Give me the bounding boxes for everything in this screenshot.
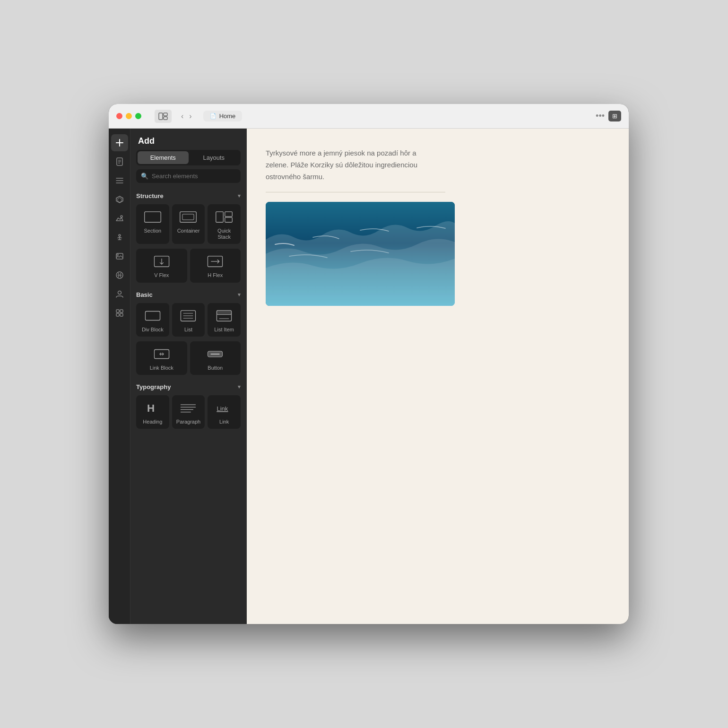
traffic-lights bbox=[116, 113, 141, 119]
svg-rect-0 bbox=[159, 113, 163, 120]
vflex-label: V Flex bbox=[154, 272, 169, 278]
sidebar-item-assets[interactable] bbox=[111, 210, 128, 227]
element-button[interactable]: Button bbox=[190, 341, 241, 375]
search-box[interactable]: 🔍 bbox=[136, 169, 241, 183]
element-section[interactable]: Section bbox=[136, 204, 169, 244]
list-icon bbox=[178, 308, 199, 324]
svg-rect-2 bbox=[164, 117, 167, 120]
element-container[interactable]: Container bbox=[172, 204, 205, 244]
ocean-svg bbox=[266, 202, 455, 306]
search-input[interactable] bbox=[152, 173, 236, 180]
nav-arrows: ‹ › bbox=[179, 110, 194, 122]
nav-back-button[interactable]: ‹ bbox=[179, 110, 185, 122]
panel-content: Structure ▾ Section bbox=[130, 189, 246, 624]
svg-rect-31 bbox=[216, 212, 224, 222]
paragraph-icon bbox=[178, 400, 199, 416]
sidebar-item-ecommerce[interactable] bbox=[111, 267, 128, 284]
home-tab[interactable]: 📄 Home bbox=[203, 111, 243, 121]
element-linkblock[interactable]: Link Block bbox=[136, 341, 187, 375]
structure-grid-row2: V Flex H Flex bbox=[136, 249, 241, 282]
typography-chevron-icon[interactable]: ▾ bbox=[238, 384, 241, 390]
basic-section-header: Basic ▾ bbox=[136, 287, 241, 303]
structure-chevron-icon[interactable]: ▾ bbox=[238, 193, 241, 199]
link-label: Link bbox=[219, 419, 229, 425]
basic-grid-row1: Div Block List bbox=[136, 303, 241, 337]
tab-elements[interactable]: Elements bbox=[138, 151, 189, 164]
canvas-body-text: Tyrkysové more a jemný piesok na pozadí … bbox=[266, 147, 426, 182]
title-bar: ‹ › 📄 Home ••• ⊞ bbox=[109, 104, 629, 129]
sidebar-item-navigator[interactable] bbox=[111, 172, 128, 189]
element-paragraph[interactable]: Paragraph bbox=[172, 395, 205, 429]
search-icon: 🔍 bbox=[141, 173, 148, 180]
svg-rect-27 bbox=[120, 313, 123, 316]
element-link[interactable]: Link Link bbox=[208, 395, 241, 429]
linkblock-label: Link Block bbox=[150, 365, 173, 371]
publish-button[interactable]: ⊞ bbox=[608, 111, 621, 121]
svg-rect-33 bbox=[225, 217, 233, 222]
quickstack-label: Quick Stack bbox=[210, 228, 238, 240]
mac-window: ‹ › 📄 Home ••• ⊞ bbox=[109, 104, 629, 624]
minimize-button[interactable] bbox=[126, 113, 132, 119]
linkblock-icon bbox=[151, 346, 172, 362]
svg-rect-1 bbox=[164, 113, 167, 116]
svg-rect-26 bbox=[116, 313, 119, 316]
divblock-label: Div Block bbox=[142, 327, 164, 333]
svg-point-23 bbox=[118, 291, 121, 295]
listitem-label: List Item bbox=[214, 327, 234, 333]
svg-rect-32 bbox=[225, 212, 233, 217]
typography-grid-row1: H Heading bbox=[136, 395, 241, 429]
app-body: Add Elements Layouts 🔍 Structure ▾ bbox=[109, 129, 629, 624]
sidebar-item-apps[interactable] bbox=[111, 304, 128, 321]
element-divblock[interactable]: Div Block bbox=[136, 303, 169, 337]
layout-toggle-icon[interactable] bbox=[155, 110, 172, 123]
container-icon bbox=[178, 209, 199, 225]
button-label: Button bbox=[208, 365, 223, 371]
heading-label: Heading bbox=[143, 419, 162, 425]
link-icon: Link bbox=[214, 400, 234, 416]
sidebar-item-cms[interactable] bbox=[111, 229, 128, 246]
canvas-area: Tyrkysové more a jemný piesok na pozadí … bbox=[247, 129, 629, 624]
svg-rect-44 bbox=[217, 310, 232, 314]
basic-section-label: Basic bbox=[136, 291, 153, 298]
tab-bar: 📄 Home bbox=[203, 111, 590, 121]
sidebar-item-add[interactable] bbox=[111, 134, 128, 151]
hflex-label: H Flex bbox=[208, 272, 223, 278]
svg-rect-38 bbox=[145, 311, 160, 320]
container-label: Container bbox=[177, 228, 200, 234]
structure-grid-row1: Section Container bbox=[136, 204, 241, 244]
basic-chevron-icon[interactable]: ▾ bbox=[238, 292, 241, 298]
element-hflex[interactable]: H Flex bbox=[190, 249, 241, 282]
svg-marker-12 bbox=[116, 196, 123, 203]
sidebar-item-components[interactable] bbox=[111, 191, 128, 208]
tab-layouts[interactable]: Layouts bbox=[189, 151, 240, 164]
structure-section-header: Structure ▾ bbox=[136, 189, 241, 204]
element-listitem[interactable]: List Item bbox=[208, 303, 241, 337]
element-vflex[interactable]: V Flex bbox=[136, 249, 187, 282]
sidebar-item-pages[interactable] bbox=[111, 153, 128, 170]
vflex-icon bbox=[151, 253, 172, 269]
typography-section-header: Typography ▾ bbox=[136, 380, 241, 395]
quickstack-icon bbox=[214, 209, 234, 225]
add-panel-title: Add bbox=[130, 129, 246, 150]
sidebar-item-users[interactable] bbox=[111, 286, 128, 303]
element-list[interactable]: List bbox=[172, 303, 205, 337]
svg-marker-13 bbox=[118, 198, 121, 202]
element-quickstack[interactable]: Quick Stack bbox=[208, 204, 241, 244]
panel-tabs: Elements Layouts bbox=[136, 150, 241, 165]
element-heading[interactable]: H Heading bbox=[136, 395, 169, 429]
button-icon bbox=[205, 346, 225, 362]
svg-point-20 bbox=[117, 254, 118, 256]
svg-rect-24 bbox=[116, 310, 119, 312]
more-options-button[interactable]: ••• bbox=[596, 111, 605, 121]
listitem-icon bbox=[214, 308, 234, 324]
paragraph-label: Paragraph bbox=[176, 419, 200, 425]
sidebar-item-media[interactable] bbox=[111, 248, 128, 265]
title-bar-controls: ‹ › bbox=[155, 110, 194, 123]
svg-rect-25 bbox=[120, 310, 123, 312]
nav-forward-button[interactable]: › bbox=[187, 110, 193, 122]
maximize-button[interactable] bbox=[135, 113, 141, 119]
close-button[interactable] bbox=[116, 113, 122, 119]
svg-rect-28 bbox=[145, 212, 161, 222]
svg-rect-30 bbox=[182, 214, 194, 220]
tab-label: Home bbox=[219, 113, 236, 120]
